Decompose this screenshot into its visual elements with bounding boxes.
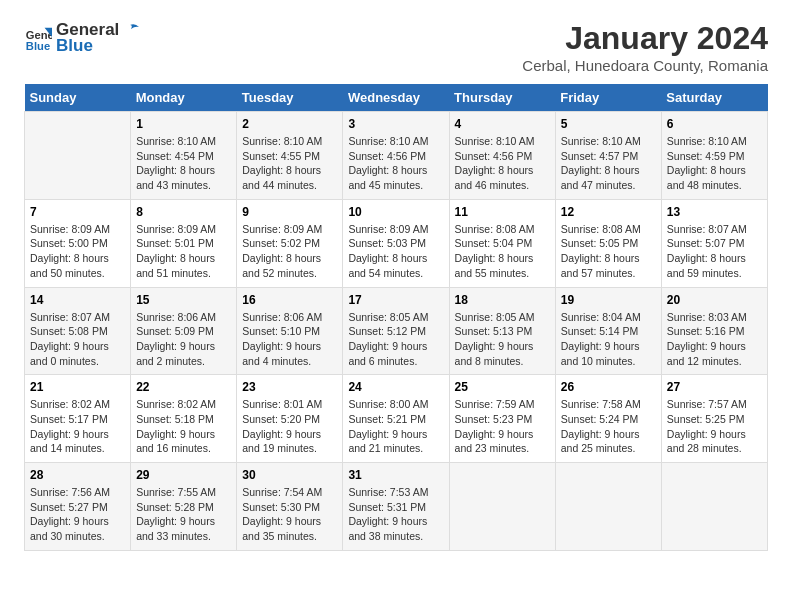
- calendar-week-4: 28Sunrise: 7:56 AMSunset: 5:27 PMDayligh…: [25, 463, 768, 551]
- day-info: Sunrise: 7:56 AMSunset: 5:27 PMDaylight:…: [30, 485, 125, 544]
- calendar-cell: 24Sunrise: 8:00 AMSunset: 5:21 PMDayligh…: [343, 375, 449, 463]
- header-area: General Blue General Blue January 2024 C…: [24, 20, 768, 74]
- day-number: 23: [242, 380, 337, 394]
- calendar-table: SundayMondayTuesdayWednesdayThursdayFrid…: [24, 84, 768, 551]
- day-number: 10: [348, 205, 443, 219]
- day-info: Sunrise: 7:58 AMSunset: 5:24 PMDaylight:…: [561, 397, 656, 456]
- calendar-cell: [25, 112, 131, 200]
- day-number: 26: [561, 380, 656, 394]
- day-info: Sunrise: 7:54 AMSunset: 5:30 PMDaylight:…: [242, 485, 337, 544]
- calendar-cell: 15Sunrise: 8:06 AMSunset: 5:09 PMDayligh…: [131, 287, 237, 375]
- day-info: Sunrise: 8:00 AMSunset: 5:21 PMDaylight:…: [348, 397, 443, 456]
- calendar-cell: 22Sunrise: 8:02 AMSunset: 5:18 PMDayligh…: [131, 375, 237, 463]
- day-info: Sunrise: 8:09 AMSunset: 5:01 PMDaylight:…: [136, 222, 231, 281]
- day-info: Sunrise: 8:05 AMSunset: 5:12 PMDaylight:…: [348, 310, 443, 369]
- calendar-week-3: 21Sunrise: 8:02 AMSunset: 5:17 PMDayligh…: [25, 375, 768, 463]
- calendar-cell: 26Sunrise: 7:58 AMSunset: 5:24 PMDayligh…: [555, 375, 661, 463]
- calendar-body: 1Sunrise: 8:10 AMSunset: 4:54 PMDaylight…: [25, 112, 768, 551]
- calendar-cell: 31Sunrise: 7:53 AMSunset: 5:31 PMDayligh…: [343, 463, 449, 551]
- day-number: 14: [30, 293, 125, 307]
- logo-icon: General Blue: [24, 24, 52, 52]
- calendar-cell: 4Sunrise: 8:10 AMSunset: 4:56 PMDaylight…: [449, 112, 555, 200]
- calendar-cell: 21Sunrise: 8:02 AMSunset: 5:17 PMDayligh…: [25, 375, 131, 463]
- day-info: Sunrise: 8:10 AMSunset: 4:56 PMDaylight:…: [348, 134, 443, 193]
- day-info: Sunrise: 8:09 AMSunset: 5:02 PMDaylight:…: [242, 222, 337, 281]
- calendar-header: SundayMondayTuesdayWednesdayThursdayFrid…: [25, 84, 768, 112]
- calendar-cell: 29Sunrise: 7:55 AMSunset: 5:28 PMDayligh…: [131, 463, 237, 551]
- header-day-wednesday: Wednesday: [343, 84, 449, 112]
- calendar-cell: 3Sunrise: 8:10 AMSunset: 4:56 PMDaylight…: [343, 112, 449, 200]
- calendar-cell: 1Sunrise: 8:10 AMSunset: 4:54 PMDaylight…: [131, 112, 237, 200]
- day-info: Sunrise: 8:02 AMSunset: 5:17 PMDaylight:…: [30, 397, 125, 456]
- title-area: January 2024 Cerbal, Hunedoara County, R…: [522, 20, 768, 74]
- day-number: 19: [561, 293, 656, 307]
- day-info: Sunrise: 8:05 AMSunset: 5:13 PMDaylight:…: [455, 310, 550, 369]
- day-info: Sunrise: 8:09 AMSunset: 5:03 PMDaylight:…: [348, 222, 443, 281]
- day-info: Sunrise: 8:01 AMSunset: 5:20 PMDaylight:…: [242, 397, 337, 456]
- day-info: Sunrise: 8:07 AMSunset: 5:08 PMDaylight:…: [30, 310, 125, 369]
- day-number: 17: [348, 293, 443, 307]
- day-info: Sunrise: 7:57 AMSunset: 5:25 PMDaylight:…: [667, 397, 762, 456]
- day-info: Sunrise: 7:55 AMSunset: 5:28 PMDaylight:…: [136, 485, 231, 544]
- day-number: 15: [136, 293, 231, 307]
- calendar-cell: 5Sunrise: 8:10 AMSunset: 4:57 PMDaylight…: [555, 112, 661, 200]
- calendar-cell: 7Sunrise: 8:09 AMSunset: 5:00 PMDaylight…: [25, 199, 131, 287]
- day-number: 24: [348, 380, 443, 394]
- calendar-cell: 18Sunrise: 8:05 AMSunset: 5:13 PMDayligh…: [449, 287, 555, 375]
- calendar-cell: [661, 463, 767, 551]
- calendar-cell: 16Sunrise: 8:06 AMSunset: 5:10 PMDayligh…: [237, 287, 343, 375]
- day-number: 28: [30, 468, 125, 482]
- svg-text:Blue: Blue: [26, 40, 50, 52]
- subtitle: Cerbal, Hunedoara County, Romania: [522, 57, 768, 74]
- day-number: 2: [242, 117, 337, 131]
- day-info: Sunrise: 7:53 AMSunset: 5:31 PMDaylight:…: [348, 485, 443, 544]
- day-number: 12: [561, 205, 656, 219]
- day-info: Sunrise: 8:03 AMSunset: 5:16 PMDaylight:…: [667, 310, 762, 369]
- main-title: January 2024: [522, 20, 768, 57]
- calendar-cell: 19Sunrise: 8:04 AMSunset: 5:14 PMDayligh…: [555, 287, 661, 375]
- day-info: Sunrise: 8:10 AMSunset: 4:59 PMDaylight:…: [667, 134, 762, 193]
- day-info: Sunrise: 8:09 AMSunset: 5:00 PMDaylight:…: [30, 222, 125, 281]
- header-day-friday: Friday: [555, 84, 661, 112]
- day-info: Sunrise: 8:10 AMSunset: 4:56 PMDaylight:…: [455, 134, 550, 193]
- day-number: 11: [455, 205, 550, 219]
- day-info: Sunrise: 8:08 AMSunset: 5:05 PMDaylight:…: [561, 222, 656, 281]
- calendar-cell: 23Sunrise: 8:01 AMSunset: 5:20 PMDayligh…: [237, 375, 343, 463]
- day-info: Sunrise: 8:07 AMSunset: 5:07 PMDaylight:…: [667, 222, 762, 281]
- calendar-cell: 12Sunrise: 8:08 AMSunset: 5:05 PMDayligh…: [555, 199, 661, 287]
- day-number: 18: [455, 293, 550, 307]
- day-number: 20: [667, 293, 762, 307]
- calendar-cell: 2Sunrise: 8:10 AMSunset: 4:55 PMDaylight…: [237, 112, 343, 200]
- logo-bird-icon: [121, 23, 139, 37]
- day-info: Sunrise: 7:59 AMSunset: 5:23 PMDaylight:…: [455, 397, 550, 456]
- header-day-monday: Monday: [131, 84, 237, 112]
- calendar-cell: 25Sunrise: 7:59 AMSunset: 5:23 PMDayligh…: [449, 375, 555, 463]
- day-info: Sunrise: 8:06 AMSunset: 5:10 PMDaylight:…: [242, 310, 337, 369]
- calendar-cell: 6Sunrise: 8:10 AMSunset: 4:59 PMDaylight…: [661, 112, 767, 200]
- day-number: 6: [667, 117, 762, 131]
- day-number: 16: [242, 293, 337, 307]
- header-day-saturday: Saturday: [661, 84, 767, 112]
- day-info: Sunrise: 8:10 AMSunset: 4:57 PMDaylight:…: [561, 134, 656, 193]
- day-info: Sunrise: 8:08 AMSunset: 5:04 PMDaylight:…: [455, 222, 550, 281]
- calendar-cell: 20Sunrise: 8:03 AMSunset: 5:16 PMDayligh…: [661, 287, 767, 375]
- header-day-tuesday: Tuesday: [237, 84, 343, 112]
- calendar-week-1: 7Sunrise: 8:09 AMSunset: 5:00 PMDaylight…: [25, 199, 768, 287]
- calendar-cell: 14Sunrise: 8:07 AMSunset: 5:08 PMDayligh…: [25, 287, 131, 375]
- calendar-cell: 11Sunrise: 8:08 AMSunset: 5:04 PMDayligh…: [449, 199, 555, 287]
- header-row: SundayMondayTuesdayWednesdayThursdayFrid…: [25, 84, 768, 112]
- calendar-cell: 13Sunrise: 8:07 AMSunset: 5:07 PMDayligh…: [661, 199, 767, 287]
- day-number: 29: [136, 468, 231, 482]
- calendar-cell: 30Sunrise: 7:54 AMSunset: 5:30 PMDayligh…: [237, 463, 343, 551]
- day-info: Sunrise: 8:10 AMSunset: 4:54 PMDaylight:…: [136, 134, 231, 193]
- header-day-sunday: Sunday: [25, 84, 131, 112]
- day-number: 27: [667, 380, 762, 394]
- day-number: 21: [30, 380, 125, 394]
- logo-text-block: General Blue: [56, 20, 139, 56]
- day-number: 25: [455, 380, 550, 394]
- calendar-cell: 8Sunrise: 8:09 AMSunset: 5:01 PMDaylight…: [131, 199, 237, 287]
- day-info: Sunrise: 8:10 AMSunset: 4:55 PMDaylight:…: [242, 134, 337, 193]
- calendar-cell: [449, 463, 555, 551]
- day-number: 31: [348, 468, 443, 482]
- day-number: 3: [348, 117, 443, 131]
